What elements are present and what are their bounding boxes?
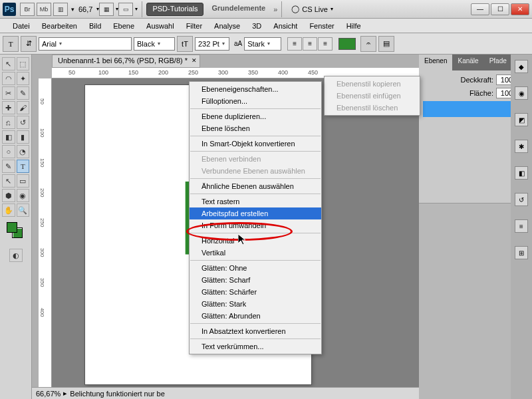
menu-datei[interactable]: Datei xyxy=(7,20,36,32)
align-center-button[interactable]: ≡ xyxy=(303,37,317,51)
zoom-level[interactable]: 66,7 xyxy=(78,5,92,13)
workspace-more-icon[interactable]: » xyxy=(273,5,277,13)
ctx-item[interactable]: In Form umwandeln xyxy=(190,219,321,231)
bridge-button[interactable]: Br xyxy=(20,3,35,16)
minimize-button[interactable]: — xyxy=(471,3,489,15)
panel-tab-pfade[interactable]: Pfade xyxy=(484,55,512,70)
marquee-tool[interactable]: ⬚ xyxy=(17,57,30,70)
dodge-tool[interactable]: ◔ xyxy=(17,145,30,158)
ctx-item[interactable]: Glätten: Schärfer xyxy=(190,286,321,298)
ctx-item[interactable]: Horizontal xyxy=(190,235,321,247)
panel-icon-info[interactable]: ≡ xyxy=(515,219,528,233)
panel-tab-ebenen[interactable]: Ebenen xyxy=(419,55,452,70)
ctx-item[interactable]: Glätten: Scharf xyxy=(190,274,321,286)
menu-bearbeiten[interactable]: Bearbeiten xyxy=(36,20,83,32)
gradient-tool[interactable]: ▮ xyxy=(17,130,30,144)
ruler-tick: 450 xyxy=(308,69,318,76)
screen-arrow-icon[interactable]: ▾ xyxy=(135,6,138,12)
panel-icon-history[interactable]: ↺ xyxy=(515,193,528,206)
shape-tool[interactable]: ▭ xyxy=(17,174,30,188)
ctx-item[interactable]: Text verkrümmen... xyxy=(190,340,321,352)
workspace-psdtutorials-button[interactable]: PSD-Tutorials xyxy=(146,3,203,16)
close-tab-icon[interactable]: ✕ xyxy=(192,57,197,64)
maximize-button[interactable]: ☐ xyxy=(491,3,509,15)
ctx-item[interactable]: Ebene löschen xyxy=(190,122,321,134)
hand-tool[interactable]: ✋ xyxy=(2,203,15,217)
ctx-item[interactable]: Text rastern xyxy=(190,196,321,207)
pen-tool[interactable]: ✎ xyxy=(2,160,15,173)
path-select-tool[interactable]: ↖ xyxy=(2,174,15,188)
align-right-button[interactable]: ≡ xyxy=(318,37,332,51)
eyedropper-tool[interactable]: ✎ xyxy=(17,86,30,100)
text-color-swatch[interactable] xyxy=(338,38,356,50)
view-extras-button[interactable]: ▦ xyxy=(99,3,114,16)
history-brush-tool[interactable]: ↺ xyxy=(17,116,30,129)
ctx-item: Ebenenstil kopieren xyxy=(325,78,420,90)
panel-icon-color[interactable]: ◆ xyxy=(515,60,528,73)
menu-analyse[interactable]: Analyse xyxy=(208,20,246,32)
arrange-arrow-icon[interactable]: ▾ xyxy=(71,6,74,13)
warp-text-button[interactable]: 𝄐 xyxy=(360,36,376,52)
panel-icon-brush[interactable]: ✱ xyxy=(515,140,528,153)
menu-3d[interactable]: 3D xyxy=(246,20,267,32)
menu-filter[interactable]: Filter xyxy=(180,20,208,32)
layout-button[interactable]: ▥ xyxy=(53,3,68,16)
blur-tool[interactable]: ○ xyxy=(2,145,15,158)
menu-bild[interactable]: Bild xyxy=(83,20,107,32)
menu-auswahl[interactable]: Auswahl xyxy=(140,20,180,32)
ctx-item[interactable]: In Absatztext konvertieren xyxy=(190,325,321,337)
wand-tool[interactable]: ✦ xyxy=(17,72,30,85)
panel-icon-adjust[interactable]: ◩ xyxy=(515,113,528,126)
brush-tool[interactable]: 🖌 xyxy=(17,101,30,114)
font-family-dropdown[interactable]: Arial xyxy=(39,37,132,51)
eraser-tool[interactable]: ◧ xyxy=(2,130,15,144)
font-size-dropdown[interactable]: 232 Pt xyxy=(195,37,229,51)
menu-hilfe[interactable]: Hilfe xyxy=(340,20,367,32)
ctx-item[interactable]: Ebene duplizieren... xyxy=(190,110,321,122)
3d-tool[interactable]: ⬢ xyxy=(2,189,15,202)
crop-tool[interactable]: ✂ xyxy=(2,86,15,100)
font-style-dropdown[interactable]: Black xyxy=(134,37,175,51)
panel-icon-styles[interactable]: ◧ xyxy=(515,166,528,180)
heal-tool[interactable]: ✚ xyxy=(2,101,15,114)
quickmask-button[interactable]: ◐ xyxy=(9,249,23,262)
ctx-item[interactable]: Ähnliche Ebenen auswählen xyxy=(190,180,321,192)
opacity-label: Deckkraft: xyxy=(460,76,493,84)
text-orientation-button[interactable]: ⇵ xyxy=(21,36,37,52)
zoom-tool[interactable]: 🔍 xyxy=(17,203,30,217)
move-tool[interactable]: ↖ xyxy=(2,57,15,70)
cslive-button[interactable]: ◯ CS Live ▾ xyxy=(286,5,338,13)
status-zoom[interactable]: 66,67% xyxy=(36,390,61,398)
menu-ebene[interactable]: Ebene xyxy=(107,20,140,32)
ctx-item[interactable]: Glätten: Abrunden xyxy=(190,310,321,322)
minibridge-button[interactable]: Mb xyxy=(37,3,51,16)
screen-mode-button[interactable]: ▭ xyxy=(118,3,133,16)
panel-tab-kanäle[interactable]: Kanäle xyxy=(452,55,483,70)
align-left-button[interactable]: ≡ xyxy=(287,37,302,51)
lasso-tool[interactable]: ◠ xyxy=(2,72,15,85)
menu-fenster[interactable]: Fenster xyxy=(303,20,340,32)
stamp-tool[interactable]: ⎌ xyxy=(2,116,15,129)
ctx-item[interactable]: Arbeitspfad erstellen xyxy=(190,207,321,219)
cslive-label: CS Live xyxy=(302,5,328,13)
ctx-item[interactable]: Fülloptionen... xyxy=(190,95,321,107)
foreground-swatch[interactable] xyxy=(7,222,17,233)
ruler-tick: 150 xyxy=(39,158,45,167)
antialias-dropdown[interactable]: Stark xyxy=(244,37,281,51)
ctx-item[interactable]: In Smart-Objekt konvertieren xyxy=(190,138,321,150)
menu-ansicht[interactable]: Ansicht xyxy=(267,20,303,32)
3d-camera-tool[interactable]: ◉ xyxy=(17,189,30,202)
close-button[interactable]: ✕ xyxy=(511,3,529,15)
ruler-tick: 250 xyxy=(39,218,45,227)
ctx-item[interactable]: Glätten: Ohne xyxy=(190,262,321,274)
ctx-item[interactable]: Glätten: Stark xyxy=(190,298,321,310)
panel-icon-swatches[interactable]: ◉ xyxy=(515,86,528,100)
workspace-grundelemente-button[interactable]: Grundelemente xyxy=(206,3,271,16)
panel-icon-actions[interactable]: ⊞ xyxy=(515,246,528,259)
ctx-item[interactable]: Ebeneneigenschaften... xyxy=(190,83,321,95)
ctx-item[interactable]: Vertikal xyxy=(190,247,321,259)
color-swatches[interactable] xyxy=(1,222,30,242)
document-tab[interactable]: Unbenannt-1 bei 66,7% (PSD, RGB/8) * ✕ xyxy=(52,55,200,68)
character-panel-button[interactable]: ▤ xyxy=(378,36,394,52)
type-tool[interactable]: T xyxy=(17,160,30,173)
